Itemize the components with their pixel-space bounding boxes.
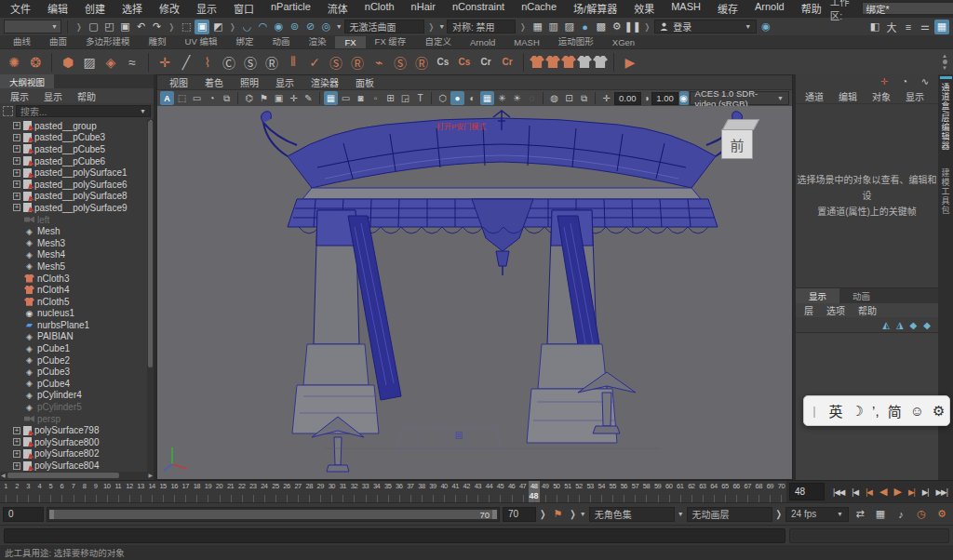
timeline-frame-16[interactable]: 16 (168, 481, 180, 502)
curves-s-icon[interactable]: Ⓢ (240, 52, 261, 73)
outliner-item-Mesh5[interactable]: ◈Mesh5 (0, 260, 154, 273)
menu-缓存[interactable]: 缓存 (709, 1, 746, 16)
render-frame-icon[interactable]: ▦ (530, 20, 545, 34)
empty-layer-icon[interactable]: ◆ (910, 320, 918, 330)
go-to-end-button[interactable]: ▶▶| (936, 487, 947, 497)
outliner-item-pCube1[interactable]: ◈pCube1 (0, 342, 154, 354)
shelf-tab-FX[interactable]: FX (335, 36, 365, 48)
outliner-vertical-scrollbar[interactable]: ▲ (147, 119, 154, 472)
outliner-search-input[interactable]: 搜索... ▼ (16, 105, 151, 117)
timeline-frame-37[interactable]: 37 (405, 481, 416, 502)
menu-set-dropdown[interactable]: ▼ (4, 20, 61, 33)
viewport-canvas[interactable]: 打开P安门模式 回 前 (157, 106, 792, 479)
open-scene-icon[interactable]: ◰ (102, 20, 117, 34)
command-line-input[interactable] (4, 528, 785, 543)
snap-grid-icon[interactable]: ◡ (240, 20, 255, 34)
symmetry-field[interactable]: 对称: 禁用 (447, 20, 516, 33)
outliner-item-pasted__group[interactable]: +pasted__group (0, 120, 154, 132)
timeline-frame-52[interactable]: 52 (573, 481, 584, 502)
timeline-frame-58[interactable]: 58 (640, 481, 651, 502)
range-end-field[interactable]: 70 (503, 507, 536, 522)
search-dropdown-arrow[interactable]: ▼ (140, 108, 146, 114)
set-start-icon[interactable]: Ⓢ (390, 52, 410, 73)
ime-cursor[interactable]: 丨 (809, 402, 821, 420)
outliner-title[interactable]: 大纲视图 (0, 74, 54, 88)
curves-to-start-icon[interactable]: Cs (433, 52, 453, 73)
layer-from-selected-icon[interactable]: ◆ (923, 320, 931, 330)
outliner-item-polySurface798[interactable]: +polySurface798 (0, 424, 154, 436)
hypershade-icon[interactable]: ● (578, 20, 593, 34)
layer-menu-选项[interactable]: 选项 (820, 303, 852, 317)
curves-start-2-icon[interactable]: Cs (454, 52, 475, 73)
menu-Arnold[interactable]: Arnold (746, 1, 793, 16)
shading-menu-icon[interactable]: ◔ (205, 91, 219, 105)
menu-MASH[interactable]: MASH (663, 1, 709, 16)
shelf-tab-FX 缓存[interactable]: FX 缓存 (366, 33, 416, 48)
anim-layer-field[interactable]: 无动画层 (687, 507, 772, 522)
timeline-frame-20[interactable]: 20 (213, 481, 224, 502)
shelf-tab-曲面[interactable]: 曲面 (40, 33, 76, 48)
shelf-tab-绑定[interactable]: 绑定 (226, 33, 262, 48)
fluid-2d-container-icon[interactable]: ▨ (79, 52, 100, 73)
menu-nParticle[interactable]: nParticle (262, 1, 319, 16)
current-time-field[interactable]: 48 (789, 483, 825, 500)
expand-toggle[interactable]: + (13, 157, 20, 165)
channel-box-toggle-icon[interactable]: ▦ (934, 20, 949, 34)
step-forward-key-button[interactable]: ▶| (908, 487, 915, 497)
menu-显示[interactable]: 显示 (188, 1, 225, 16)
bookmark-icon[interactable]: ⚑ (549, 508, 566, 520)
animation-preferences-icon[interactable]: ⚙ (933, 508, 950, 520)
film-gate-icon[interactable]: ▭ (339, 91, 353, 105)
select-camera-icon[interactable]: A (160, 91, 174, 105)
clip-editor-icon[interactable]: ▦ (872, 508, 889, 520)
colorspace-dropdown[interactable]: ACES 1.0 SDR-video (sRGB) ▼ (690, 91, 789, 105)
outliner-item-pCube4[interactable]: ◈pCube4 (0, 378, 154, 390)
gamma-icon[interactable]: ◑ (642, 91, 651, 105)
character-set-dropdown[interactable]: 无角色集 (589, 507, 675, 522)
shelf-tab-Arnold[interactable]: Arnold (461, 36, 504, 48)
outliner-horizontal-scrollbar[interactable]: ◀▶ (0, 472, 154, 480)
hair-strands-icon[interactable]: ⫴ (283, 52, 303, 73)
timeline-frame-15[interactable]: 15 (157, 481, 168, 502)
start-curves-icon[interactable]: Ⓢ (326, 52, 346, 73)
menu-编辑[interactable]: 编辑 (39, 1, 76, 16)
timeline-frame-7[interactable]: 7 (67, 481, 78, 502)
paint-ncloth-icon[interactable] (577, 56, 592, 68)
timeline-frame-32[interactable]: 32 (348, 481, 359, 502)
timeline-frame-10[interactable]: 10 (101, 481, 113, 502)
timeline-frame-26[interactable]: 26 (281, 481, 292, 502)
timeline-frame-27[interactable]: 27 (292, 481, 303, 502)
ime-language-english[interactable]: 英 (829, 401, 843, 420)
remove-ncloth-icon[interactable] (561, 56, 576, 68)
gamma-field[interactable]: 1.00 (651, 92, 678, 105)
fluid-emitter-icon[interactable]: ◈ (101, 52, 121, 73)
menu-nCache[interactable]: nCache (513, 1, 565, 16)
menu-修改[interactable]: 修改 (151, 1, 188, 16)
menu-nHair[interactable]: nHair (403, 1, 444, 16)
timeline-frame-56[interactable]: 56 (618, 481, 629, 502)
timeline-frame-38[interactable]: 38 (416, 481, 427, 502)
timeline-frame-33[interactable]: 33 (360, 481, 371, 502)
snapshot-icon[interactable]: ⧉ (577, 91, 591, 105)
menu-文件[interactable]: 文件 (2, 1, 39, 16)
viewport-menu-照明[interactable]: 照明 (232, 75, 267, 89)
anim-layer-arrow[interactable]: ▼ (678, 511, 684, 517)
timeline-frame-14[interactable]: 14 (146, 481, 157, 502)
timeline-frame-17[interactable]: 17 (180, 481, 191, 502)
timeline-frame-8[interactable]: 8 (79, 481, 90, 502)
create-passive-collider-icon[interactable] (545, 56, 560, 68)
timeline-frame-12[interactable]: 12 (124, 481, 135, 502)
textured-icon[interactable]: ◐ (465, 91, 479, 105)
timeline-frame-49[interactable]: 49 (540, 481, 551, 502)
expand-toggle[interactable]: + (13, 462, 20, 470)
shelf-tab-UV 编辑[interactable]: UV 编辑 (176, 33, 227, 48)
timeline-frame-25[interactable]: 25 (270, 481, 281, 502)
timeline-ruler[interactable]: 1234567891011121314151617181920212223242… (0, 481, 786, 502)
timeline-frame-50[interactable]: 50 (551, 481, 562, 502)
outliner-item-pasted__pCube3[interactable]: +pasted__pCube3 (0, 132, 154, 144)
outliner-item-pCylinder4[interactable]: ◈pCylinder4 (0, 390, 154, 402)
timeline-frame-36[interactable]: 36 (394, 481, 405, 502)
expand-toggle[interactable]: + (13, 438, 20, 446)
outliner-item-Mesh3[interactable]: ◈Mesh3 (0, 237, 154, 249)
timeline-frame-34[interactable]: 34 (371, 481, 383, 502)
